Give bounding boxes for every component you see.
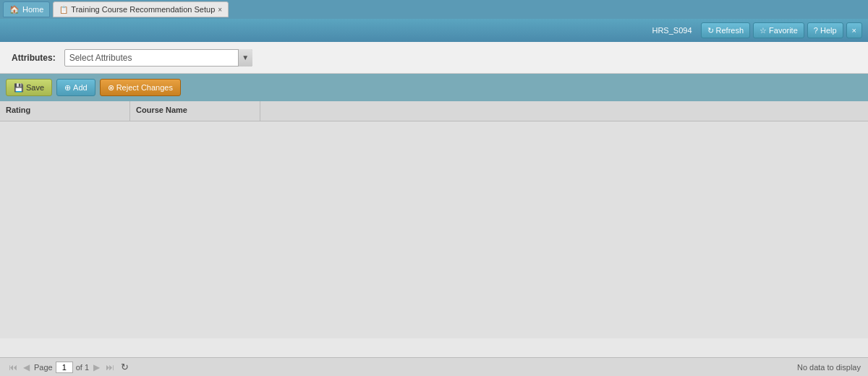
reject-button[interactable]: ⊗ Reject Changes <box>100 79 181 96</box>
save-button[interactable]: 💾 Save <box>6 79 52 96</box>
top-toolbar: HRS_S094 ↻ Refresh ☆ Favorite ? Help × <box>0 19 868 42</box>
close-window-button[interactable]: × <box>846 22 862 38</box>
main-wrapper: Attributes: Select Attributes ▼ 💾 Save ⊕… <box>0 42 868 376</box>
tab-training[interactable]: 📋 Training Course Recommendation Setup × <box>53 1 229 17</box>
tab-home-label: Home <box>22 5 43 14</box>
column-rest <box>260 101 868 121</box>
user-id: HRS_S094 <box>652 26 692 35</box>
page-label: Page <box>34 363 53 372</box>
table-header: Rating Course Name <box>0 101 868 121</box>
add-label: Add <box>73 83 88 92</box>
favorite-button[interactable]: ☆ Favorite <box>753 22 804 38</box>
add-button[interactable]: ⊕ Add <box>56 79 95 96</box>
table-body <box>0 121 868 338</box>
last-page-button[interactable]: ⏭ <box>104 362 116 372</box>
refresh-label: Refresh <box>716 26 744 35</box>
action-bar: 💾 Save ⊕ Add ⊗ Reject Changes <box>0 74 868 101</box>
document-icon: 📋 <box>59 6 68 14</box>
favorite-label: Favorite <box>769 26 798 35</box>
reject-icon: ⊗ <box>108 83 114 93</box>
of-label: of 1 <box>76 363 89 372</box>
attributes-row: Attributes: Select Attributes ▼ <box>0 42 868 74</box>
rating-col-label: Rating <box>6 106 30 114</box>
attributes-select-wrapper: Select Attributes ▼ <box>64 49 252 67</box>
attributes-select[interactable]: Select Attributes <box>64 49 252 67</box>
tab-bar: 🏠 Home 📋 Training Course Recommendation … <box>0 0 868 19</box>
save-label: Save <box>26 83 44 92</box>
first-page-button[interactable]: ⏮ <box>7 362 19 372</box>
attributes-label: Attributes: <box>12 53 56 63</box>
refresh-button[interactable]: ↻ Refresh <box>701 22 751 38</box>
prev-page-button[interactable]: ◀ <box>22 362 31 372</box>
star-icon: ☆ <box>760 26 767 35</box>
column-course-name: Course Name <box>130 101 260 121</box>
close-icon: × <box>852 26 856 35</box>
data-table: Rating Course Name <box>0 101 868 376</box>
home-icon: 🏠 <box>9 5 20 14</box>
tab-close-icon[interactable]: × <box>218 6 222 14</box>
help-label: Help <box>820 26 837 35</box>
course-name-col-label: Course Name <box>136 106 187 114</box>
no-data-message: No data to display <box>797 363 861 372</box>
pagination: ⏮ ◀ Page of 1 ▶ ⏭ ↻ <box>7 362 130 373</box>
column-rating: Rating <box>0 101 130 121</box>
help-icon: ? <box>814 26 818 35</box>
page-number-input[interactable] <box>56 362 73 373</box>
help-button[interactable]: ? Help <box>807 22 843 38</box>
tab-home[interactable]: 🏠 Home <box>3 1 50 17</box>
save-icon: 💾 <box>14 83 24 93</box>
pagination-refresh-icon[interactable]: ↻ <box>119 362 130 373</box>
next-page-button[interactable]: ▶ <box>92 362 101 372</box>
plus-icon: ⊕ <box>64 83 71 93</box>
reject-label: Reject Changes <box>116 83 173 92</box>
tab-training-label: Training Course Recommendation Setup <box>71 5 215 14</box>
footer: ⏮ ◀ Page of 1 ▶ ⏭ ↻ No data to display <box>0 357 868 376</box>
refresh-icon: ↻ <box>707 26 714 35</box>
